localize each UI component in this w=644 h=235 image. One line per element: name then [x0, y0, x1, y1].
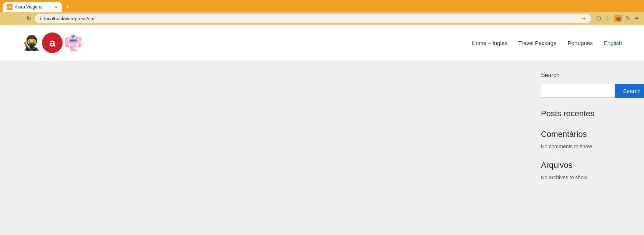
sidebar: Search Search Posts recentes Comentários… — [526, 61, 644, 235]
reload-button[interactable]: ↻ — [25, 14, 33, 23]
back-button[interactable]: ← — [4, 15, 12, 23]
nav-home-ingles[interactable]: Home – Ingles — [472, 40, 507, 46]
toolbar-icons: ⬡ ☆ 🦋 ✎ ✒ — [595, 14, 640, 23]
tab-bar: AV Alura Viagens × + — [3, 2, 641, 12]
search-form: Search — [541, 84, 629, 98]
site-main: Search Search Posts recentes Comentários… — [0, 61, 644, 235]
arrow-indicator: → — [581, 15, 587, 22]
butterfly-icon[interactable]: 🦋 — [614, 15, 622, 22]
bookmark-button[interactable]: ☆ — [605, 14, 611, 23]
search-widget: Search Search — [541, 72, 629, 98]
tab-title: Alura Viagens — [15, 4, 52, 10]
forward-button[interactable]: → — [14, 15, 23, 23]
active-tab[interactable]: AV Alura Viagens × — [3, 2, 62, 12]
site-nav: Home – Ingles Travel Package Português E… — [472, 40, 622, 46]
info-icon: ℹ — [39, 16, 41, 21]
search-widget-title: Search — [541, 72, 629, 79]
arquivos-heading: Arquivos — [541, 160, 629, 170]
logo-a-circle: a — [42, 32, 63, 53]
browser-chrome: AV Alura Viagens × + — [0, 0, 644, 12]
search-button[interactable]: Search — [615, 84, 644, 98]
tab-favicon: AV — [7, 4, 13, 10]
logo-geisha: 👘 — [64, 35, 82, 50]
comentarios-widget: Comentários No comments to show. — [541, 129, 629, 149]
nav-portugues[interactable]: Português — [567, 40, 592, 46]
comentarios-heading: Comentários — [541, 129, 629, 139]
comentarios-sub: No comments to show. — [541, 144, 629, 149]
address-bar[interactable]: ℹ → — [35, 14, 591, 23]
nav-english[interactable]: English — [604, 40, 622, 46]
content-area — [0, 61, 526, 235]
address-input[interactable] — [44, 16, 578, 21]
arquivos-sub: No archives to show. — [541, 174, 629, 180]
tab-close-button[interactable]: × — [54, 5, 57, 10]
edit-button-2[interactable]: ✒ — [634, 14, 640, 23]
website: 🥷 a 👘 Home – Ingles Travel Package Portu… — [0, 25, 644, 235]
site-header: 🥷 a 👘 Home – Ingles Travel Package Portu… — [0, 25, 644, 61]
search-input[interactable] — [541, 84, 615, 98]
address-bar-row: ← → ↻ ℹ → ⬡ ☆ 🦋 ✎ ✒ — [0, 12, 644, 25]
posts-recentes-heading: Posts recentes — [541, 109, 629, 118]
logo-ninja: 🥷 — [22, 35, 41, 50]
nav-travel-package[interactable]: Travel Package — [518, 40, 557, 46]
share-button[interactable]: ⬡ — [595, 14, 602, 23]
posts-recentes-widget: Posts recentes — [541, 109, 629, 118]
arquivos-widget: Arquivos No archives to show. — [541, 160, 629, 180]
edit-button-1[interactable]: ✎ — [625, 14, 631, 23]
new-tab-button[interactable]: + — [63, 2, 73, 12]
site-logo: 🥷 a 👘 — [22, 32, 82, 53]
